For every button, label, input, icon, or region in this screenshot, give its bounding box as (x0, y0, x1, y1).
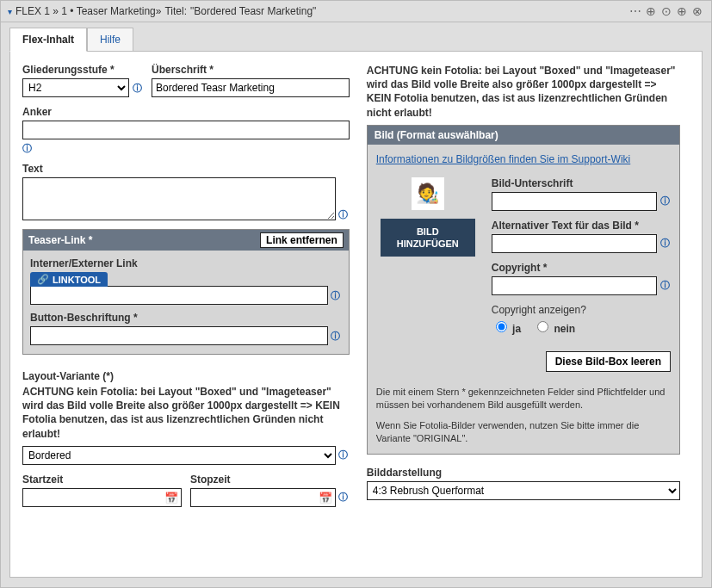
copyright-label: Copyright * (492, 262, 671, 274)
stopzeit-input[interactable] (190, 488, 336, 507)
intern-extern-label: Interner/Externer Link (30, 257, 342, 269)
ueberschrift-input[interactable] (152, 78, 350, 97)
circle-close-icon[interactable]: ⊗ (690, 4, 704, 18)
layout-label: Layout-Variante (*) (22, 370, 350, 382)
left-column: Gliederungsstufe * H2 Überschrift * (22, 64, 350, 516)
content-panel: Gliederungsstufe * H2 Überschrift * (9, 51, 703, 578)
radio-nein-label: nein (554, 323, 575, 335)
button-beschriftung-label: Button-Beschriftung * (30, 312, 342, 324)
bilddarstellung-select[interactable]: 4:3 Rebrush Querformat (367, 481, 680, 500)
titlebar: ▾ FLEX 1 » 1 • Teaser Marketing» Titel: … (1, 1, 711, 22)
bild-unterschrift-input[interactable] (492, 192, 657, 211)
add-image-button[interactable]: BILD HINZUFÜGEN (381, 219, 475, 257)
info-icon[interactable] (659, 195, 671, 207)
title-label: Titel: (164, 5, 187, 17)
circle-add-icon[interactable]: ⊕ (675, 4, 689, 18)
info-icon[interactable] (22, 142, 34, 154)
teaser-link-box: Teaser-Link * Link entfernen Interner/Ex… (22, 229, 350, 355)
radio-nein[interactable] (537, 321, 548, 332)
collapse-icon[interactable]: ▾ (8, 7, 12, 16)
circle-arrow-icon[interactable]: ⊙ (659, 4, 673, 18)
ueberschrift-label: Überschrift * (152, 64, 350, 76)
link-entfernen-button[interactable]: Link entfernen (260, 232, 344, 248)
info-icon[interactable] (330, 289, 342, 301)
right-column: ACHTUNG kein Fotolia: bei Layout "Boxed"… (367, 64, 680, 516)
title-prefix: FLEX 1 » 1 • Teaser Marketing» (15, 5, 161, 17)
image-panel-title: Bild (Format auswählbar) (368, 126, 679, 145)
startzeit-label: Startzeit (22, 473, 182, 486)
anker-input[interactable] (22, 121, 350, 139)
info-icon[interactable] (330, 330, 342, 342)
title-value: "Bordered Teasr Marketing" (190, 5, 316, 17)
startzeit-input[interactable] (22, 488, 182, 507)
layout-select[interactable]: Bordered (22, 446, 336, 465)
tab-hilfe[interactable]: Hilfe (87, 28, 133, 52)
gliederung-select[interactable]: H2 (22, 78, 129, 97)
anker-label: Anker (22, 106, 350, 118)
info-icon[interactable] (659, 238, 671, 250)
copyright-input[interactable] (492, 276, 657, 295)
intern-extern-input[interactable] (30, 286, 328, 305)
radio-nein-wrap[interactable]: nein (533, 319, 575, 335)
link-icon: 🔗 (37, 274, 49, 285)
button-beschriftung-input[interactable] (30, 326, 328, 345)
circle-plus-icon[interactable]: ⊕ (644, 4, 658, 18)
mandatory-note: Die mit einem Stern * gekennzeichneten F… (376, 386, 671, 412)
tab-flex-inhalt[interactable]: Flex-Inhalt (9, 28, 87, 52)
linktool-button[interactable]: 🔗 LINKTOOL (30, 272, 108, 287)
stopzeit-label: Stopzeit (190, 473, 350, 486)
gliederung-label: Gliederungsstufe * (22, 64, 143, 76)
image-panel: Bild (Format auswählbar) Informationen z… (367, 125, 680, 455)
alt-text-input[interactable] (492, 234, 657, 253)
top-warning: ACHTUNG kein Fotolia: bei Layout "Boxed"… (367, 64, 680, 120)
info-icon[interactable] (131, 82, 143, 94)
copyright-show-label: Copyright anzeigen? (492, 304, 671, 316)
editor-window: ▾ FLEX 1 » 1 • Teaser Marketing» Titel: … (0, 0, 712, 588)
clear-image-box-button[interactable]: Diese Bild-Box leeren (546, 351, 671, 372)
info-icon[interactable] (337, 449, 350, 461)
fotolia-note: Wenn Sie Fotolia-Bilder verwenden, nutze… (376, 419, 671, 446)
more-icon[interactable]: ⋯ (628, 4, 642, 18)
radio-ja-label: ja (512, 323, 521, 335)
radio-ja[interactable] (496, 321, 507, 332)
info-icon[interactable] (659, 280, 671, 292)
text-textarea[interactable] (22, 177, 336, 220)
support-wiki-link[interactable]: Informationen zu Bildgrößen finden Sie i… (376, 153, 630, 165)
teaser-link-label: Teaser-Link * (28, 234, 92, 246)
info-icon[interactable] (337, 492, 350, 504)
bilddarstellung-label: Bilddarstellung (367, 467, 680, 479)
layout-warning: ACHTUNG kein Fotolia: bei Layout "Boxed"… (22, 385, 350, 441)
bild-unterschrift-label: Bild-Unterschrift (492, 177, 671, 189)
text-label: Text (22, 163, 350, 175)
linktool-label: LINKTOOL (53, 275, 101, 285)
info-icon[interactable] (337, 208, 350, 220)
tabbar: Flex-Inhalt Hilfe (1, 22, 711, 52)
alt-text-label: Alternativer Text für das Bild * (492, 220, 671, 232)
radio-ja-wrap[interactable]: ja (492, 319, 521, 335)
image-thumbnail: 🧑‍🎨 (412, 177, 444, 210)
